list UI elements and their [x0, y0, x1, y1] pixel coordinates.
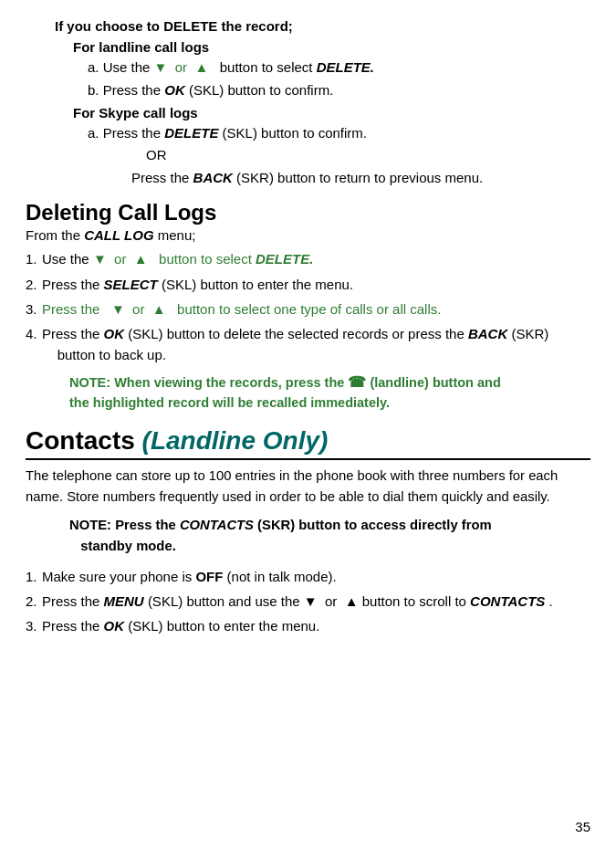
num-3: 3.	[26, 299, 42, 320]
press-back-prefix: Press the	[131, 170, 189, 185]
skype-a-prefix: a. Press the	[88, 125, 161, 141]
or-text: OR	[146, 147, 167, 162]
c2-end: .	[549, 593, 553, 609]
main-content: If you choose to DELETE the record; For …	[26, 16, 590, 636]
menu-text: menu;	[158, 227, 196, 243]
delete-section: If you choose to DELETE the record; For …	[26, 16, 590, 189]
page-number: 35	[575, 819, 590, 834]
item2-select: SELECT	[104, 277, 158, 292]
skype-block: For Skype call logs a. Press the DELETE …	[26, 105, 590, 189]
content-3: Press the ▼ or ▲ button to select one ty…	[42, 299, 590, 320]
c-num-3: 3.	[26, 615, 42, 636]
landline-b-suffix: (SKL) button to confirm.	[189, 82, 333, 98]
c3-ok: OK	[104, 618, 125, 634]
landline-item-b: b. Press the OK (SKL) button to confirm.	[73, 79, 590, 100]
item4-ok: OK	[104, 326, 125, 341]
c-num-2: 2.	[26, 591, 42, 612]
note-contacts-bold: CONTACTS	[180, 518, 254, 532]
contacts-list: 1. Make sure your phone is OFF (not in t…	[26, 566, 590, 637]
landline-a-prefix: a. Use the	[88, 59, 150, 75]
landline-block: For landline call logs a. Use the ▼ or ▲…	[26, 39, 590, 101]
item1-mid: button to select	[159, 251, 256, 267]
landline-heading: For landline call logs	[73, 39, 590, 55]
c-content-2: Press the MENU (SKL) button and use the …	[42, 591, 590, 612]
if-delete-header: If you choose to DELETE the record;	[26, 16, 590, 36]
num-4: 4.	[26, 323, 42, 344]
call-log-text: CALL LOG	[84, 227, 153, 243]
phone-icon: ☎	[348, 374, 366, 390]
num-2: 2.	[26, 274, 42, 295]
contacts-item-1: 1. Make sure your phone is OFF (not in t…	[26, 566, 590, 587]
press-back-suffix: (SKR) button to return to previous menu.	[236, 170, 483, 185]
item4-prefix: Press the	[42, 326, 104, 341]
item3-arrows: ▼ or ▲	[111, 301, 173, 317]
skype-a-delete: DELETE	[164, 125, 218, 141]
list-item-3: 3. Press the ▼ or ▲ button to select one…	[26, 299, 590, 320]
skype-a-suffix: (SKL) button to confirm.	[223, 125, 367, 141]
deleting-heading-text: Deleting Call Logs	[26, 200, 216, 225]
list-item-2: 2. Press the SELECT (SKL) button to ente…	[26, 274, 590, 295]
skype-item-a: a. Press the DELETE (SKL) button to conf…	[73, 122, 590, 143]
landline-a-mid: button to select	[220, 59, 313, 75]
landline-item-a: a. Use the ▼ or ▲ button to select DELET…	[73, 57, 590, 78]
contacts-item-2: 2. Press the MENU (SKL) button and use t…	[26, 591, 590, 612]
c2-prefix: Press the	[42, 593, 104, 609]
item4-back: BACK	[468, 326, 507, 341]
c2-mid: (SKL) button and use the	[148, 593, 304, 609]
contacts-item-3: 3. Press the OK (SKL) button to enter th…	[26, 615, 590, 636]
c2-contacts: CONTACTS	[470, 593, 545, 609]
contacts-heading-block: Contacts (Landline Only)	[26, 425, 590, 460]
content-2: Press the SELECT (SKL) button to enter t…	[42, 274, 590, 295]
item2-prefix: Press the	[42, 277, 104, 292]
deleting-heading: Deleting Call Logs	[26, 200, 590, 226]
num-1: 1.	[26, 248, 42, 269]
from-line: From the CALL LOG menu;	[26, 227, 590, 243]
c-content-1: Make sure your phone is OFF (not in talk…	[42, 566, 590, 587]
c2-btn: button to scroll to	[362, 593, 470, 609]
note-contacts-prefix: NOTE: Press the	[69, 518, 180, 532]
note-block: NOTE: When viewing the records, press th…	[26, 372, 590, 414]
item1-prefix: Use the	[42, 251, 93, 267]
c3-prefix: Press the	[42, 618, 104, 634]
press-back-bold: BACK	[193, 170, 233, 185]
landline-b-prefix: b. Press the	[88, 82, 161, 98]
skype-heading: For Skype call logs	[73, 105, 590, 121]
content-4: Press the OK (SKL) button to delete the …	[42, 323, 590, 366]
c1-bold: OFF	[195, 569, 223, 584]
list-item-4: 4. Press the OK (SKL) button to delete t…	[26, 323, 590, 366]
landline-a-delete: DELETE.	[317, 59, 374, 75]
item2-suffix: (SKL) button to enter the menu.	[162, 277, 353, 292]
c3-suffix: (SKL) button to enter the menu.	[128, 618, 319, 634]
c1-suffix: (not in talk mode).	[227, 569, 337, 584]
item4-mid: (SKL) button to delete the selected reco…	[128, 326, 468, 341]
item3-prefix: Press the	[42, 301, 108, 317]
delete-list: 1. Use the ▼ or ▲ button to select DELET…	[26, 248, 590, 365]
landline-b-ok: OK	[164, 82, 185, 98]
press-back-line: Press the BACK (SKR) button to return to…	[73, 167, 590, 188]
list-item-1: 1. Use the ▼ or ▲ button to select DELET…	[26, 248, 590, 269]
from-text: From the	[26, 227, 80, 243]
item1-delete: DELETE.	[256, 251, 313, 267]
landline-only: (Landline Only)	[142, 426, 329, 455]
content-1: Use the ▼ or ▲ button to select DELETE.	[42, 248, 590, 269]
c2-arrows: ▼ or ▲	[304, 593, 362, 609]
landline-a-arrows: ▼ or ▲	[154, 59, 216, 75]
note-text: NOTE: When viewing the records, press th…	[69, 375, 348, 390]
item1-arrows: ▼ or ▲	[93, 251, 155, 267]
c-content-3: Press the OK (SKL) button to enter the m…	[42, 615, 590, 636]
note-contacts: NOTE: Press the CONTACTS (SKR) button to…	[26, 515, 590, 557]
or-line: OR	[73, 145, 590, 166]
item3-suffix: button to select one type of calls or al…	[177, 301, 441, 317]
c2-menu: MENU	[104, 593, 144, 609]
c-num-1: 1.	[26, 566, 42, 587]
contacts-body: The telephone can store up to 100 entrie…	[26, 466, 590, 508]
contacts-heading: Contacts	[26, 426, 135, 455]
c1-prefix: Make sure your phone is	[42, 569, 195, 584]
